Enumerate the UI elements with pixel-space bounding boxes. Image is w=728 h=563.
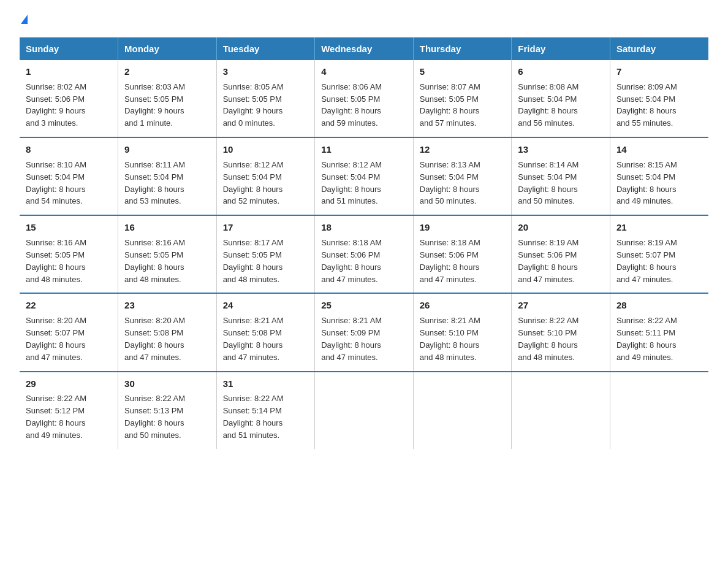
day-info: Sunrise: 8:05 AMSunset: 5:05 PMDaylight:… — [223, 82, 284, 128]
day-number: 16 — [124, 221, 210, 234]
day-cell: 28Sunrise: 8:22 AMSunset: 5:11 PMDayligh… — [610, 293, 708, 371]
day-number: 24 — [223, 299, 309, 312]
day-number: 5 — [420, 65, 506, 79]
day-cell: 13Sunrise: 8:14 AMSunset: 5:04 PMDayligh… — [512, 137, 610, 215]
week-row-1: 1Sunrise: 8:02 AMSunset: 5:06 PMDaylight… — [20, 60, 708, 137]
day-number: 26 — [420, 299, 506, 312]
day-cell: 23Sunrise: 8:20 AMSunset: 5:08 PMDayligh… — [118, 293, 217, 371]
day-info: Sunrise: 8:21 AMSunset: 5:08 PMDaylight:… — [223, 316, 284, 362]
day-info: Sunrise: 8:06 AMSunset: 5:05 PMDaylight:… — [321, 82, 382, 128]
day-cell: 10Sunrise: 8:12 AMSunset: 5:04 PMDayligh… — [216, 137, 315, 215]
calendar-table: SundayMondayTuesdayWednesdayThursdayFrid… — [20, 37, 708, 449]
day-info: Sunrise: 8:16 AMSunset: 5:05 PMDaylight:… — [26, 238, 86, 284]
day-cell: 4Sunrise: 8:06 AMSunset: 5:05 PMDaylight… — [315, 60, 414, 137]
day-number: 15 — [26, 221, 112, 234]
day-number: 23 — [124, 299, 210, 312]
header-wednesday: Wednesday — [315, 37, 414, 60]
day-info: Sunrise: 8:18 AMSunset: 5:06 PMDaylight:… — [420, 238, 480, 284]
week-row-2: 8Sunrise: 8:10 AMSunset: 5:04 PMDaylight… — [20, 137, 708, 215]
day-cell: 12Sunrise: 8:13 AMSunset: 5:04 PMDayligh… — [413, 137, 512, 215]
day-info: Sunrise: 8:22 AMSunset: 5:12 PMDaylight:… — [26, 394, 86, 440]
day-number: 22 — [26, 299, 112, 312]
day-info: Sunrise: 8:20 AMSunset: 5:08 PMDaylight:… — [124, 316, 185, 362]
header-friday: Friday — [512, 37, 610, 60]
day-info: Sunrise: 8:13 AMSunset: 5:04 PMDaylight:… — [420, 160, 480, 206]
day-cell: 19Sunrise: 8:18 AMSunset: 5:06 PMDayligh… — [413, 215, 512, 293]
day-info: Sunrise: 8:12 AMSunset: 5:04 PMDaylight:… — [223, 160, 284, 206]
day-number: 14 — [616, 143, 702, 156]
day-number: 19 — [420, 221, 506, 234]
day-cell — [315, 372, 414, 449]
day-cell: 9Sunrise: 8:11 AMSunset: 5:04 PMDaylight… — [118, 137, 217, 215]
day-cell: 22Sunrise: 8:20 AMSunset: 5:07 PMDayligh… — [20, 293, 118, 371]
day-cell: 18Sunrise: 8:18 AMSunset: 5:06 PMDayligh… — [315, 215, 414, 293]
day-info: Sunrise: 8:22 AMSunset: 5:11 PMDaylight:… — [616, 316, 677, 362]
day-cell — [610, 372, 708, 449]
day-number: 4 — [321, 65, 407, 79]
day-number: 8 — [26, 143, 112, 156]
day-cell: 5Sunrise: 8:07 AMSunset: 5:05 PMDaylight… — [413, 60, 512, 137]
day-info: Sunrise: 8:16 AMSunset: 5:05 PMDaylight:… — [124, 238, 185, 284]
day-cell: 16Sunrise: 8:16 AMSunset: 5:05 PMDayligh… — [118, 215, 217, 293]
day-cell: 26Sunrise: 8:21 AMSunset: 5:10 PMDayligh… — [413, 293, 512, 371]
day-info: Sunrise: 8:22 AMSunset: 5:10 PMDaylight:… — [518, 316, 578, 362]
day-cell: 15Sunrise: 8:16 AMSunset: 5:05 PMDayligh… — [20, 215, 118, 293]
day-number: 6 — [518, 65, 604, 79]
header-tuesday: Tuesday — [216, 37, 315, 60]
day-number: 25 — [321, 299, 407, 312]
day-number: 7 — [616, 65, 702, 79]
day-cell: 30Sunrise: 8:22 AMSunset: 5:13 PMDayligh… — [118, 372, 217, 449]
calendar-body: 1Sunrise: 8:02 AMSunset: 5:06 PMDaylight… — [20, 60, 708, 449]
day-info: Sunrise: 8:18 AMSunset: 5:06 PMDaylight:… — [321, 238, 382, 284]
day-number: 1 — [26, 65, 112, 79]
header-sunday: Sunday — [20, 37, 118, 60]
day-info: Sunrise: 8:21 AMSunset: 5:09 PMDaylight:… — [321, 316, 382, 362]
day-cell: 2Sunrise: 8:03 AMSunset: 5:05 PMDaylight… — [118, 60, 217, 137]
day-cell: 17Sunrise: 8:17 AMSunset: 5:05 PMDayligh… — [216, 215, 315, 293]
day-number: 28 — [616, 299, 702, 312]
header-monday: Monday — [118, 37, 217, 60]
day-number: 27 — [518, 299, 604, 312]
day-cell: 25Sunrise: 8:21 AMSunset: 5:09 PMDayligh… — [315, 293, 414, 371]
header-thursday: Thursday — [413, 37, 512, 60]
day-info: Sunrise: 8:10 AMSunset: 5:04 PMDaylight:… — [26, 160, 86, 206]
day-info: Sunrise: 8:19 AMSunset: 5:07 PMDaylight:… — [616, 238, 677, 284]
day-info: Sunrise: 8:21 AMSunset: 5:10 PMDaylight:… — [420, 316, 480, 362]
day-cell: 29Sunrise: 8:22 AMSunset: 5:12 PMDayligh… — [20, 372, 118, 449]
day-number: 11 — [321, 143, 407, 156]
day-info: Sunrise: 8:17 AMSunset: 5:05 PMDaylight:… — [223, 238, 284, 284]
logo — [20, 15, 28, 26]
day-cell: 20Sunrise: 8:19 AMSunset: 5:06 PMDayligh… — [512, 215, 610, 293]
day-number: 9 — [124, 143, 210, 156]
day-info: Sunrise: 8:11 AMSunset: 5:04 PMDaylight:… — [124, 160, 185, 206]
week-row-3: 15Sunrise: 8:16 AMSunset: 5:05 PMDayligh… — [20, 215, 708, 293]
day-number: 13 — [518, 143, 604, 156]
day-cell — [512, 372, 610, 449]
day-number: 10 — [223, 143, 309, 156]
day-cell — [413, 372, 512, 449]
day-cell: 3Sunrise: 8:05 AMSunset: 5:05 PMDaylight… — [216, 60, 315, 137]
day-cell: 14Sunrise: 8:15 AMSunset: 5:04 PMDayligh… — [610, 137, 708, 215]
day-info: Sunrise: 8:08 AMSunset: 5:04 PMDaylight:… — [518, 82, 578, 128]
day-info: Sunrise: 8:03 AMSunset: 5:05 PMDaylight:… — [124, 82, 185, 128]
day-info: Sunrise: 8:19 AMSunset: 5:06 PMDaylight:… — [518, 238, 578, 284]
day-number: 2 — [124, 65, 210, 79]
day-number: 17 — [223, 221, 309, 234]
day-info: Sunrise: 8:07 AMSunset: 5:05 PMDaylight:… — [420, 82, 480, 128]
day-number: 12 — [420, 143, 506, 156]
day-cell: 31Sunrise: 8:22 AMSunset: 5:14 PMDayligh… — [216, 372, 315, 449]
week-row-4: 22Sunrise: 8:20 AMSunset: 5:07 PMDayligh… — [20, 293, 708, 371]
day-number: 30 — [124, 377, 210, 391]
day-cell: 1Sunrise: 8:02 AMSunset: 5:06 PMDaylight… — [20, 60, 118, 137]
day-info: Sunrise: 8:22 AMSunset: 5:13 PMDaylight:… — [124, 394, 185, 440]
day-cell: 21Sunrise: 8:19 AMSunset: 5:07 PMDayligh… — [610, 215, 708, 293]
week-row-5: 29Sunrise: 8:22 AMSunset: 5:12 PMDayligh… — [20, 372, 708, 449]
page-header — [20, 15, 708, 26]
day-number: 18 — [321, 221, 407, 234]
day-cell: 7Sunrise: 8:09 AMSunset: 5:04 PMDaylight… — [610, 60, 708, 137]
day-info: Sunrise: 8:22 AMSunset: 5:14 PMDaylight:… — [223, 394, 284, 440]
day-cell: 27Sunrise: 8:22 AMSunset: 5:10 PMDayligh… — [512, 293, 610, 371]
day-number: 3 — [223, 65, 309, 79]
day-cell: 11Sunrise: 8:12 AMSunset: 5:04 PMDayligh… — [315, 137, 414, 215]
day-cell: 6Sunrise: 8:08 AMSunset: 5:04 PMDaylight… — [512, 60, 610, 137]
